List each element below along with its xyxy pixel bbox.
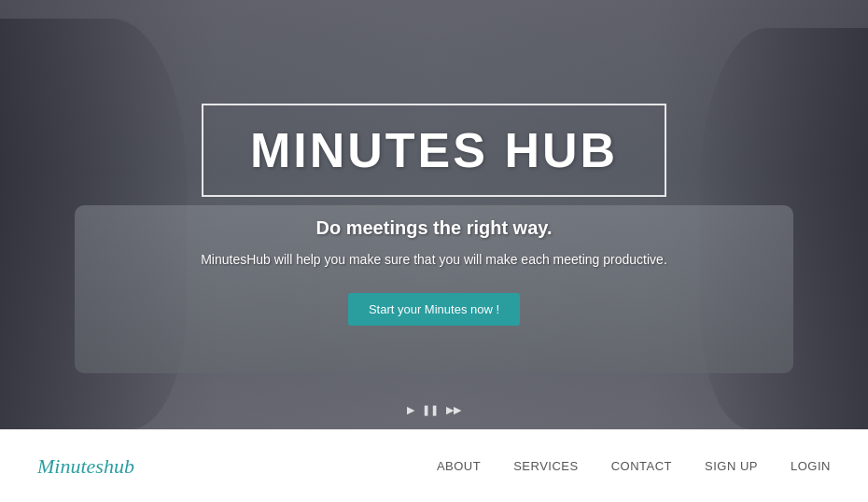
nav-links: ABOUT SERVICES CONTACT SIGN UP LOGIN xyxy=(437,459,831,473)
hero-title: MINUTES HUB xyxy=(250,122,618,178)
hero-description: MinutesHub will help you make sure that … xyxy=(201,252,667,267)
nav-item-about[interactable]: ABOUT xyxy=(437,459,481,473)
hero-title-box: MINUTES HUB xyxy=(202,104,666,197)
nav-item-contact[interactable]: CONTACT xyxy=(611,459,672,473)
hero-section: MINUTES HUB Do meetings the right way. M… xyxy=(0,0,868,429)
slider-next-button[interactable]: ▶▶ xyxy=(446,404,461,416)
slider-play-button[interactable]: ▶ xyxy=(407,404,414,416)
nav-item-services[interactable]: SERVICES xyxy=(513,459,579,473)
slider-controls: ▶ ❚❚ ▶▶ xyxy=(407,404,461,416)
brand-logo: Minuteshub xyxy=(37,454,134,479)
hero-content: MINUTES HUB Do meetings the right way. M… xyxy=(0,0,868,429)
cta-button[interactable]: Start your Minutes now ! xyxy=(348,293,520,326)
nav-item-login[interactable]: LOGIN xyxy=(791,459,831,473)
footer-nav: Minuteshub ABOUT SERVICES CONTACT SIGN U… xyxy=(0,429,868,502)
hero-subtitle: Do meetings the right way. xyxy=(316,217,553,239)
slider-pause-button[interactable]: ❚❚ xyxy=(422,404,439,416)
nav-item-signup[interactable]: SIGN UP xyxy=(705,459,758,473)
